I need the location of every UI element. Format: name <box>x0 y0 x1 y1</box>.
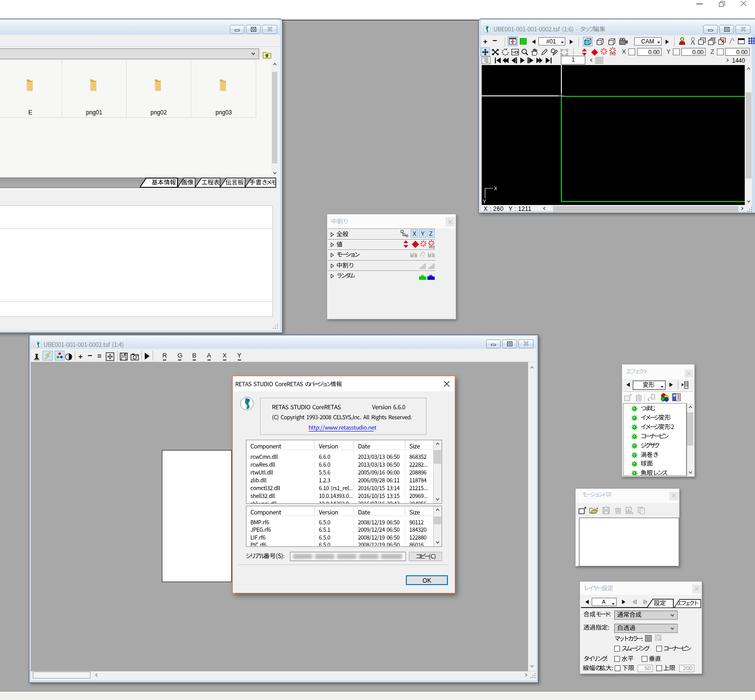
svg-text:XYZ: XYZ <box>429 246 435 249</box>
svg-text:S: S <box>422 254 425 258</box>
svg-text:X: X <box>494 185 497 191</box>
svg-text:co: co <box>662 399 665 402</box>
svg-text:XYZ: XYZ <box>610 52 616 56</box>
svg-text:Y: Y <box>483 199 487 204</box>
